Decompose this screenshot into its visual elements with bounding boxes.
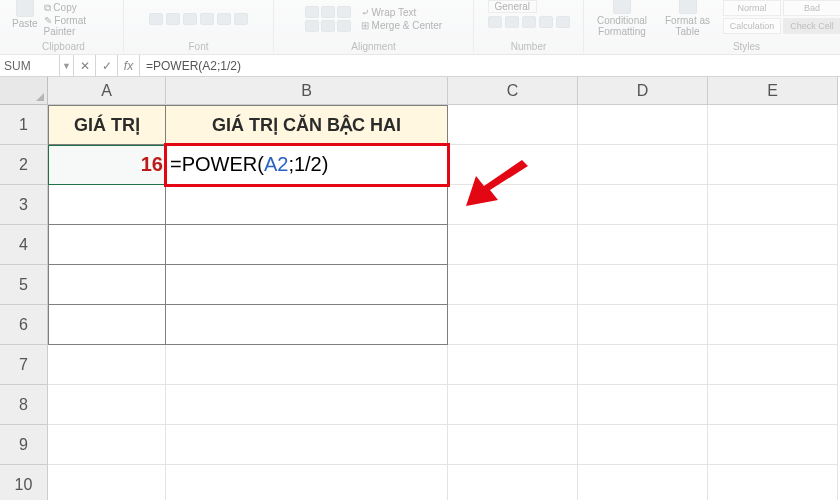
cell-c7[interactable]	[448, 345, 578, 385]
col-header-a[interactable]: A	[48, 77, 166, 105]
cell-a1[interactable]: GIÁ TRỊ	[48, 105, 166, 145]
cell-e9[interactable]	[708, 425, 838, 465]
format-painter-button[interactable]: ✎ Format Painter	[44, 15, 115, 37]
italic-icon[interactable]	[166, 13, 180, 25]
align-left-icon[interactable]	[305, 20, 319, 32]
wrap-text-button[interactable]: ⤶ Wrap Text	[361, 7, 442, 18]
name-box-dropdown[interactable]: ▼	[60, 55, 74, 76]
number-format-dropdown[interactable]: General	[488, 0, 538, 13]
align-top-icon[interactable]	[305, 6, 319, 18]
cell-b8[interactable]	[166, 385, 448, 425]
copy-button[interactable]: ⧉ Copy	[44, 2, 115, 14]
cell-c3[interactable]	[448, 185, 578, 225]
cell-c4[interactable]	[448, 225, 578, 265]
cell-e1[interactable]	[708, 105, 838, 145]
cell-e3[interactable]	[708, 185, 838, 225]
insert-function-button[interactable]: fx	[118, 55, 140, 76]
row-header-5[interactable]: 5	[0, 265, 48, 305]
cell-b3[interactable]	[166, 185, 448, 225]
fill-color-icon[interactable]	[217, 13, 231, 25]
cell-styles-gallery[interactable]: Normal Bad Good Calculation Check Cell E…	[723, 0, 840, 34]
worksheet-grid[interactable]: A B C D E 1 GIÁ TRỊ GIÁ TRỊ CĂN BẬC HAI …	[0, 77, 840, 500]
row-header-4[interactable]: 4	[0, 225, 48, 265]
formula-input[interactable]: =POWER(A2;1/2)	[140, 55, 840, 76]
col-header-c[interactable]: C	[448, 77, 578, 105]
conditional-formatting-button[interactable]: Conditional Formatting	[592, 0, 652, 37]
cell-c8[interactable]	[448, 385, 578, 425]
comma-icon[interactable]	[522, 16, 536, 28]
cell-e4[interactable]	[708, 225, 838, 265]
cell-c10[interactable]	[448, 465, 578, 500]
style-bad[interactable]: Bad	[783, 0, 840, 16]
cell-d8[interactable]	[578, 385, 708, 425]
select-all-corner[interactable]	[0, 77, 48, 105]
row-header-2[interactable]: 2	[0, 145, 48, 185]
percent-icon[interactable]	[505, 16, 519, 28]
cell-c6[interactable]	[448, 305, 578, 345]
dec-inc-icon[interactable]	[539, 16, 553, 28]
row-header-9[interactable]: 9	[0, 425, 48, 465]
cell-a10[interactable]	[48, 465, 166, 500]
cell-b6[interactable]	[166, 305, 448, 345]
row-header-8[interactable]: 8	[0, 385, 48, 425]
cell-a9[interactable]	[48, 425, 166, 465]
cell-d4[interactable]	[578, 225, 708, 265]
cell-a7[interactable]	[48, 345, 166, 385]
cell-b10[interactable]	[166, 465, 448, 500]
cell-b1[interactable]: GIÁ TRỊ CĂN BẬC HAI	[166, 105, 448, 145]
dec-dec-icon[interactable]	[556, 16, 570, 28]
row-header-10[interactable]: 10	[0, 465, 48, 500]
cell-d7[interactable]	[578, 345, 708, 385]
name-box[interactable]: SUM	[0, 55, 60, 76]
cell-e6[interactable]	[708, 305, 838, 345]
style-checkcell[interactable]: Check Cell	[783, 18, 840, 34]
align-right-icon[interactable]	[337, 20, 351, 32]
row-header-3[interactable]: 3	[0, 185, 48, 225]
cell-e7[interactable]	[708, 345, 838, 385]
font-color-icon[interactable]	[234, 13, 248, 25]
border-icon[interactable]	[200, 13, 214, 25]
cell-d1[interactable]	[578, 105, 708, 145]
col-header-d[interactable]: D	[578, 77, 708, 105]
align-mid-icon[interactable]	[321, 6, 335, 18]
formula-enter-button[interactable]: ✓	[96, 55, 118, 76]
cell-a4[interactable]	[48, 225, 166, 265]
cell-d10[interactable]	[578, 465, 708, 500]
row-header-1[interactable]: 1	[0, 105, 48, 145]
cell-c5[interactable]	[448, 265, 578, 305]
cell-e10[interactable]	[708, 465, 838, 500]
cell-e2[interactable]	[708, 145, 838, 185]
align-bot-icon[interactable]	[337, 6, 351, 18]
cut-button[interactable]: ✂ Cut	[44, 0, 115, 1]
cell-b7[interactable]	[166, 345, 448, 385]
cell-d3[interactable]	[578, 185, 708, 225]
cell-b4[interactable]	[166, 225, 448, 265]
cell-c2[interactable]	[448, 145, 578, 185]
cell-d6[interactable]	[578, 305, 708, 345]
cell-b5[interactable]	[166, 265, 448, 305]
underline-icon[interactable]	[183, 13, 197, 25]
formula-cancel-button[interactable]: ✕	[74, 55, 96, 76]
cell-a6[interactable]	[48, 305, 166, 345]
col-header-e[interactable]: E	[708, 77, 838, 105]
cell-d5[interactable]	[578, 265, 708, 305]
cell-a2[interactable]: 16	[48, 145, 166, 185]
currency-icon[interactable]	[488, 16, 502, 28]
cell-a8[interactable]	[48, 385, 166, 425]
row-header-7[interactable]: 7	[0, 345, 48, 385]
cell-e5[interactable]	[708, 265, 838, 305]
format-as-table-button[interactable]: Format as Table	[660, 0, 715, 37]
cell-a3[interactable]	[48, 185, 166, 225]
row-header-6[interactable]: 6	[0, 305, 48, 345]
align-center-icon[interactable]	[321, 20, 335, 32]
cell-d9[interactable]	[578, 425, 708, 465]
merge-center-button[interactable]: ⊞ Merge & Center	[361, 20, 442, 31]
bold-icon[interactable]	[149, 13, 163, 25]
style-calculation[interactable]: Calculation	[723, 18, 781, 34]
cell-b9[interactable]	[166, 425, 448, 465]
col-header-b[interactable]: B	[166, 77, 448, 105]
paste-button[interactable]: Paste	[12, 0, 38, 29]
cell-d2[interactable]	[578, 145, 708, 185]
cell-e8[interactable]	[708, 385, 838, 425]
cell-b2[interactable]: =POWER(A2;1/2)	[166, 145, 448, 185]
